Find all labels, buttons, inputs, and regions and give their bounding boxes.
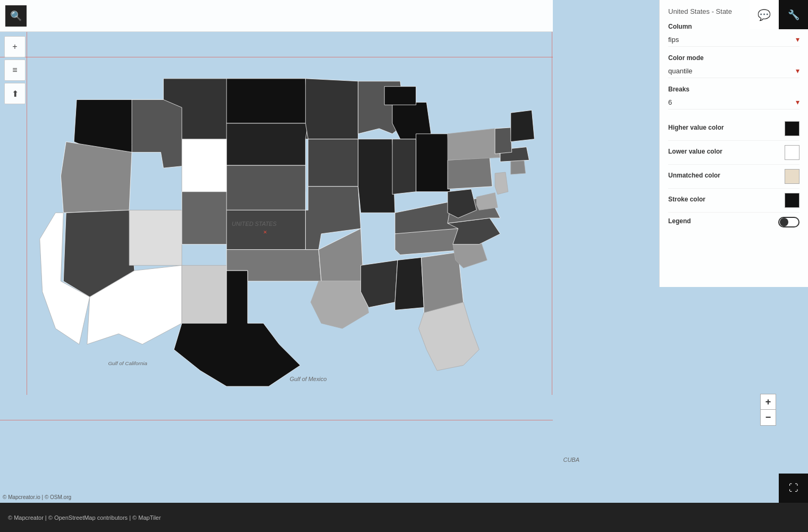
svg-marker-40 — [476, 193, 498, 210]
breaks-select-row[interactable]: 6 ▾ — [668, 95, 799, 109]
svg-marker-45 — [511, 110, 535, 141]
top-toolbar: 🔍 — [0, 0, 553, 32]
map-zoom-controls: + − — [760, 394, 776, 426]
color-mode-label: Color mode — [668, 54, 799, 62]
left-toolbar: + ≡ ⬆ — [0, 32, 29, 108]
svg-text:UNITED STATES: UNITED STATES — [232, 221, 277, 227]
column-dropdown-icon: ▾ — [796, 35, 799, 44]
settings-button[interactable]: 🔧 — [779, 0, 808, 29]
layers-icon: ≡ — [12, 65, 17, 75]
svg-marker-44 — [495, 128, 512, 154]
svg-marker-1 — [61, 142, 132, 213]
toggle-knob — [780, 218, 788, 226]
svg-text:Gulf of Mexico: Gulf of Mexico — [290, 376, 327, 382]
svg-marker-17 — [306, 79, 358, 139]
comment-button[interactable]: 💬 — [750, 0, 779, 29]
higher-value-color-label: Higher value color — [668, 124, 724, 131]
lower-value-color-swatch[interactable] — [785, 145, 799, 160]
legend-label: Legend — [668, 217, 691, 225]
legend-row: Legend — [668, 213, 799, 232]
color-mode-dropdown-icon: ▾ — [796, 66, 799, 75]
column-value: fips — [668, 36, 679, 44]
stroke-color-swatch[interactable] — [785, 193, 799, 208]
upload-icon: ⬆ — [12, 89, 19, 99]
svg-marker-13 — [226, 165, 306, 210]
svg-marker-41 — [495, 172, 508, 195]
svg-marker-31 — [395, 257, 424, 310]
breaks-dropdown-icon: ▾ — [796, 98, 799, 106]
svg-marker-18 — [308, 139, 358, 187]
svg-marker-20 — [318, 229, 363, 281]
color-mode-value: quantile — [668, 67, 693, 75]
settings-icon: 🔧 — [788, 9, 799, 21]
bottom-right-icon: ⛶ — [789, 483, 798, 494]
svg-marker-7 — [129, 210, 182, 265]
stroke-color-label: Stroke color — [668, 196, 705, 203]
svg-text:✕: ✕ — [263, 230, 267, 235]
bottom-bar: © Mapcreator | © OpenStreetMap contribut… — [0, 503, 808, 532]
svg-marker-33 — [419, 302, 479, 371]
unmatched-color-swatch[interactable] — [785, 169, 799, 184]
breaks-label: Breaks — [668, 86, 799, 93]
cuba-label: CUBA — [563, 457, 579, 463]
svg-marker-2 — [132, 99, 190, 168]
comment-icon: 💬 — [758, 9, 771, 21]
right-panel: United States - State Column fips ▾ Colo… — [659, 0, 808, 287]
svg-marker-11 — [226, 79, 308, 123]
bottom-right-button[interactable]: ⛶ — [779, 474, 808, 503]
svg-marker-24 — [392, 102, 432, 139]
unmatched-color-label: Unmatched color — [668, 172, 720, 179]
plus-icon: + — [12, 42, 17, 52]
svg-marker-21 — [311, 281, 369, 328]
svg-marker-30 — [361, 260, 398, 307]
color-mode-field: Color mode quantile ▾ — [668, 54, 799, 78]
search-icon: 🔍 — [10, 10, 22, 22]
svg-marker-26 — [392, 139, 416, 195]
unmatched-color-row: Unmatched color — [668, 165, 799, 189]
svg-marker-38 — [448, 157, 492, 189]
svg-marker-42 — [511, 159, 526, 174]
us-map[interactable]: UNITED STATES ✕ Gulf of California Gulf … — [27, 32, 553, 425]
svg-text:Gulf of California: Gulf of California — [108, 360, 147, 366]
legend-toggle[interactable] — [778, 217, 799, 227]
higher-value-color-row: Higher value color — [668, 117, 799, 141]
color-mode-select-row[interactable]: quantile ▾ — [668, 64, 799, 78]
svg-marker-12 — [226, 123, 308, 165]
search-button[interactable]: 🔍 — [5, 5, 27, 27]
map-zoom-in-button[interactable]: + — [760, 394, 776, 410]
breaks-value: 6 — [668, 98, 672, 106]
layers-button[interactable]: ≡ — [4, 60, 26, 81]
svg-marker-39 — [448, 129, 500, 160]
svg-marker-23 — [358, 139, 395, 213]
breaks-field: Breaks 6 ▾ — [668, 86, 799, 109]
lower-value-color-label: Lower value color — [668, 148, 722, 155]
map-attribution: © Mapcreator.io | © OSM.org — [3, 494, 71, 500]
column-select-row[interactable]: fips ▾ — [668, 32, 799, 47]
lower-value-color-row: Lower value color — [668, 141, 799, 165]
svg-marker-27 — [416, 134, 450, 192]
map-zoom-out-button[interactable]: − — [760, 410, 776, 426]
map-container: 🔍 + ≡ ⬆ — [0, 0, 808, 532]
bottom-attribution-text: © Mapcreator | © OpenStreetMap contribut… — [8, 514, 161, 521]
zoom-in-button[interactable]: + — [4, 36, 26, 57]
upload-button[interactable]: ⬆ — [4, 83, 26, 104]
stroke-color-row: Stroke color — [668, 189, 799, 213]
higher-value-color-swatch[interactable] — [785, 121, 799, 136]
svg-marker-25 — [384, 87, 416, 105]
